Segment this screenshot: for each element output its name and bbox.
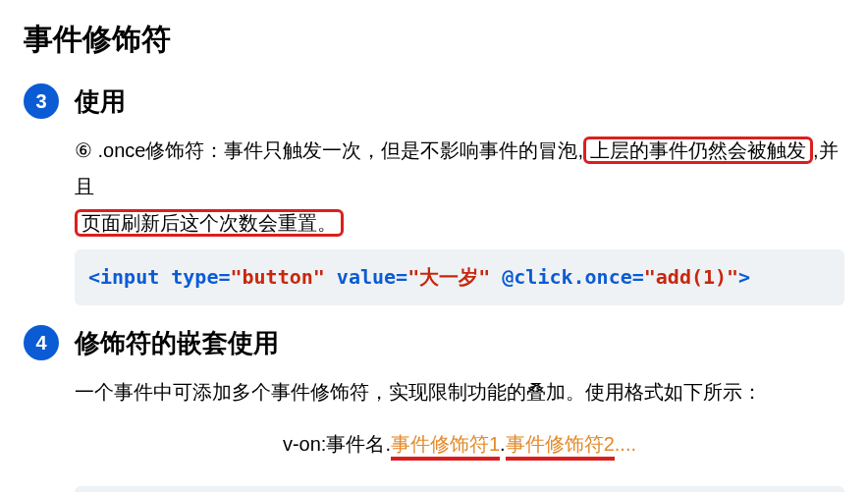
section-3-title: 使用 xyxy=(75,84,126,119)
highlight-box-1: 上层的事件仍然会被触发 xyxy=(583,137,813,164)
pattern-syntax: v-on:事件名.事件修饰符1.事件修饰符2.... xyxy=(75,426,844,463)
once-description: ⑥ .once修饰符：事件只触发一次，但是不影响事件的冒泡,上层的事件仍然会被触… xyxy=(75,133,844,242)
code-token: "大一岁" xyxy=(407,265,490,289)
code-token: "button" xyxy=(231,265,325,289)
pattern-dot: . xyxy=(500,433,506,455)
page-title: 事件修饰符 xyxy=(24,20,844,60)
pattern-tail: .... xyxy=(615,433,636,455)
code-token: type= xyxy=(159,265,230,289)
section-4-header: 4 修饰符的嵌套使用 xyxy=(24,325,844,360)
code-token: "add(1)" xyxy=(644,265,738,289)
code-example-1: <input type="button" value="大一岁" @click.… xyxy=(75,249,844,305)
code-token: @click.once= xyxy=(490,265,644,289)
section-4-content: 一个事件中可添加多个事件修饰符，实现限制功能的叠加。使用格式如下所示： v-on… xyxy=(24,374,844,492)
desc-text: ⑥ .once修饰符：事件只触发一次，但是不影响事件的冒泡, xyxy=(75,139,583,161)
code-example-2: <input type="button" value="大一岁" @click.… xyxy=(75,486,844,492)
highlight-box-2: 页面刷新后这个次数会重置。 xyxy=(75,209,344,237)
section-3-content: ⑥ .once修饰符：事件只触发一次，但是不影响事件的冒泡,上层的事件仍然会被触… xyxy=(24,133,844,305)
pattern-modifier-2: 事件修饰符2 xyxy=(506,433,615,461)
section-4-title: 修饰符的嵌套使用 xyxy=(75,326,279,360)
section-3-header: 3 使用 xyxy=(24,83,844,119)
nested-description: 一个事件中可添加多个事件修饰符，实现限制功能的叠加。使用格式如下所示： xyxy=(75,374,844,410)
pattern-modifier-1: 事件修饰符1 xyxy=(391,433,500,461)
badge-3: 3 xyxy=(24,83,59,119)
code-token: value= xyxy=(325,265,407,289)
code-token: <input xyxy=(88,265,159,289)
badge-4: 4 xyxy=(24,325,59,360)
pattern-base: v-on:事件名. xyxy=(283,433,391,455)
code-token: > xyxy=(738,265,750,289)
